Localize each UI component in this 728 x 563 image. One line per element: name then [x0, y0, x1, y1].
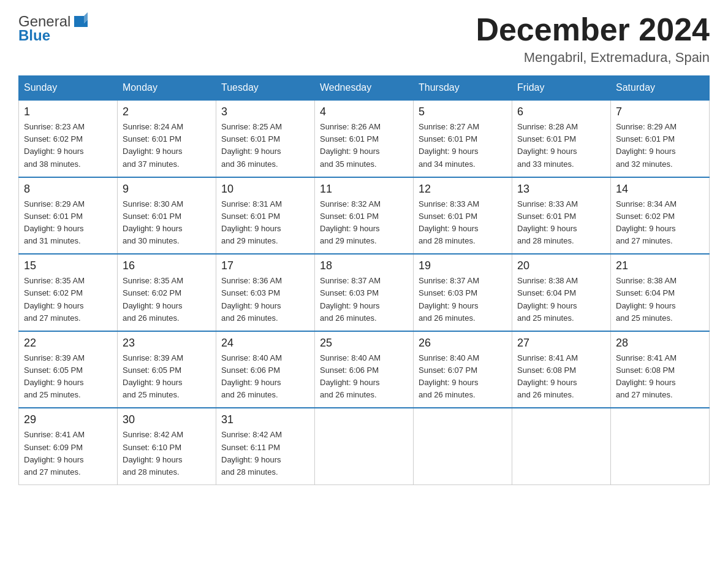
table-row: 24 Sunrise: 8:40 AM Sunset: 6:06 PM Dayl…	[216, 331, 315, 408]
table-row: 27 Sunrise: 8:41 AM Sunset: 6:08 PM Dayl…	[512, 331, 611, 408]
col-monday: Monday	[118, 76, 216, 101]
day-info: Sunrise: 8:41 AM Sunset: 6:08 PM Dayligh…	[616, 352, 704, 402]
calendar-table: Sunday Monday Tuesday Wednesday Thursday…	[18, 75, 710, 485]
day-number: 8	[24, 183, 112, 196]
day-info: Sunrise: 8:33 AM Sunset: 6:01 PM Dayligh…	[517, 198, 605, 248]
day-number: 18	[320, 259, 408, 272]
table-row: 26 Sunrise: 8:40 AM Sunset: 6:07 PM Dayl…	[414, 331, 512, 408]
day-info: Sunrise: 8:36 AM Sunset: 6:03 PM Dayligh…	[221, 275, 309, 324]
day-number: 25	[320, 337, 408, 350]
day-number: 28	[616, 337, 704, 350]
day-info: Sunrise: 8:27 AM Sunset: 6:01 PM Dayligh…	[419, 121, 507, 170]
table-row: 16 Sunrise: 8:35 AM Sunset: 6:02 PM Dayl…	[118, 254, 216, 331]
table-row: 23 Sunrise: 8:39 AM Sunset: 6:05 PM Dayl…	[118, 331, 216, 408]
day-number: 22	[24, 337, 112, 350]
day-info: Sunrise: 8:41 AM Sunset: 6:09 PM Dayligh…	[24, 429, 112, 478]
table-row	[315, 408, 414, 484]
day-number: 20	[517, 259, 605, 272]
table-row	[414, 408, 512, 484]
day-number: 31	[221, 413, 309, 426]
day-info: Sunrise: 8:40 AM Sunset: 6:07 PM Dayligh…	[419, 352, 507, 402]
col-wednesday: Wednesday	[315, 76, 414, 101]
title-area: December 2024 Mengabril, Extremadura, Sp…	[476, 12, 710, 66]
calendar-header-row: Sunday Monday Tuesday Wednesday Thursday…	[19, 76, 710, 101]
table-row: 14 Sunrise: 8:34 AM Sunset: 6:02 PM Dayl…	[611, 177, 710, 255]
table-row: 9 Sunrise: 8:30 AM Sunset: 6:01 PM Dayli…	[118, 177, 216, 255]
day-number: 13	[517, 183, 605, 196]
day-number: 26	[419, 337, 507, 350]
day-info: Sunrise: 8:42 AM Sunset: 6:10 PM Dayligh…	[123, 429, 211, 478]
day-info: Sunrise: 8:29 AM Sunset: 6:01 PM Dayligh…	[24, 198, 112, 248]
table-row: 21 Sunrise: 8:38 AM Sunset: 6:04 PM Dayl…	[611, 254, 710, 331]
day-info: Sunrise: 8:30 AM Sunset: 6:01 PM Dayligh…	[123, 198, 211, 248]
day-info: Sunrise: 8:39 AM Sunset: 6:05 PM Dayligh…	[24, 352, 112, 402]
day-number: 19	[419, 259, 507, 272]
col-saturday: Saturday	[611, 76, 710, 101]
table-row: 2 Sunrise: 8:24 AM Sunset: 6:01 PM Dayli…	[118, 100, 216, 177]
table-row: 29 Sunrise: 8:41 AM Sunset: 6:09 PM Dayl…	[19, 408, 118, 484]
table-row: 6 Sunrise: 8:28 AM Sunset: 6:01 PM Dayli…	[512, 100, 611, 177]
table-row: 1 Sunrise: 8:23 AM Sunset: 6:02 PM Dayli…	[19, 100, 118, 177]
day-info: Sunrise: 8:40 AM Sunset: 6:06 PM Dayligh…	[320, 352, 408, 402]
day-info: Sunrise: 8:23 AM Sunset: 6:02 PM Dayligh…	[24, 121, 112, 170]
day-number: 2	[123, 105, 211, 118]
day-info: Sunrise: 8:31 AM Sunset: 6:01 PM Dayligh…	[221, 198, 309, 248]
table-row: 12 Sunrise: 8:33 AM Sunset: 6:01 PM Dayl…	[414, 177, 512, 255]
day-info: Sunrise: 8:37 AM Sunset: 6:03 PM Dayligh…	[419, 275, 507, 324]
table-row: 15 Sunrise: 8:35 AM Sunset: 6:02 PM Dayl…	[19, 254, 118, 331]
day-number: 21	[616, 259, 704, 272]
table-row: 10 Sunrise: 8:31 AM Sunset: 6:01 PM Dayl…	[216, 177, 315, 255]
calendar-week-row: 29 Sunrise: 8:41 AM Sunset: 6:09 PM Dayl…	[19, 408, 710, 484]
calendar-week-row: 22 Sunrise: 8:39 AM Sunset: 6:05 PM Dayl…	[19, 331, 710, 408]
day-info: Sunrise: 8:28 AM Sunset: 6:01 PM Dayligh…	[517, 121, 605, 170]
day-info: Sunrise: 8:41 AM Sunset: 6:08 PM Dayligh…	[517, 352, 605, 402]
table-row: 3 Sunrise: 8:25 AM Sunset: 6:01 PM Dayli…	[216, 100, 315, 177]
day-number: 12	[419, 183, 507, 196]
day-number: 24	[221, 337, 309, 350]
day-number: 11	[320, 183, 408, 196]
day-info: Sunrise: 8:29 AM Sunset: 6:01 PM Dayligh…	[616, 121, 704, 170]
table-row: 28 Sunrise: 8:41 AM Sunset: 6:08 PM Dayl…	[611, 331, 710, 408]
table-row: 25 Sunrise: 8:40 AM Sunset: 6:06 PM Dayl…	[315, 331, 414, 408]
table-row: 19 Sunrise: 8:37 AM Sunset: 6:03 PM Dayl…	[414, 254, 512, 331]
logo-blue-text: Blue	[18, 27, 50, 44]
day-info: Sunrise: 8:38 AM Sunset: 6:04 PM Dayligh…	[616, 275, 704, 324]
calendar-week-row: 15 Sunrise: 8:35 AM Sunset: 6:02 PM Dayl…	[19, 254, 710, 331]
day-info: Sunrise: 8:42 AM Sunset: 6:11 PM Dayligh…	[221, 429, 309, 478]
day-info: Sunrise: 8:39 AM Sunset: 6:05 PM Dayligh…	[123, 352, 211, 402]
table-row: 18 Sunrise: 8:37 AM Sunset: 6:03 PM Dayl…	[315, 254, 414, 331]
day-number: 17	[221, 259, 309, 272]
table-row: 22 Sunrise: 8:39 AM Sunset: 6:05 PM Dayl…	[19, 331, 118, 408]
table-row	[611, 408, 710, 484]
day-info: Sunrise: 8:40 AM Sunset: 6:06 PM Dayligh…	[221, 352, 309, 402]
day-number: 7	[616, 105, 704, 118]
day-number: 6	[517, 105, 605, 118]
day-info: Sunrise: 8:32 AM Sunset: 6:01 PM Dayligh…	[320, 198, 408, 248]
day-number: 1	[24, 105, 112, 118]
day-info: Sunrise: 8:24 AM Sunset: 6:01 PM Dayligh…	[123, 121, 211, 170]
col-sunday: Sunday	[19, 76, 118, 101]
day-number: 10	[221, 183, 309, 196]
month-title: December 2024	[476, 12, 710, 47]
day-info: Sunrise: 8:35 AM Sunset: 6:02 PM Dayligh…	[123, 275, 211, 324]
table-row: 4 Sunrise: 8:26 AM Sunset: 6:01 PM Dayli…	[315, 100, 414, 177]
day-info: Sunrise: 8:35 AM Sunset: 6:02 PM Dayligh…	[24, 275, 112, 324]
day-number: 3	[221, 105, 309, 118]
day-number: 4	[320, 105, 408, 118]
table-row: 8 Sunrise: 8:29 AM Sunset: 6:01 PM Dayli…	[19, 177, 118, 255]
day-number: 27	[517, 337, 605, 350]
day-info: Sunrise: 8:33 AM Sunset: 6:01 PM Dayligh…	[419, 198, 507, 248]
calendar-week-row: 1 Sunrise: 8:23 AM Sunset: 6:02 PM Dayli…	[19, 100, 710, 177]
logo: General Blue	[18, 12, 90, 44]
location-subtitle: Mengabril, Extremadura, Spain	[476, 50, 710, 66]
day-number: 5	[419, 105, 507, 118]
table-row	[512, 408, 611, 484]
day-number: 16	[123, 259, 211, 272]
col-friday: Friday	[512, 76, 611, 101]
table-row: 7 Sunrise: 8:29 AM Sunset: 6:01 PM Dayli…	[611, 100, 710, 177]
table-row: 20 Sunrise: 8:38 AM Sunset: 6:04 PM Dayl…	[512, 254, 611, 331]
day-number: 9	[123, 183, 211, 196]
page-header: General Blue December 2024 Mengabril, Ex…	[18, 12, 710, 66]
day-number: 15	[24, 259, 112, 272]
table-row: 30 Sunrise: 8:42 AM Sunset: 6:10 PM Dayl…	[118, 408, 216, 484]
